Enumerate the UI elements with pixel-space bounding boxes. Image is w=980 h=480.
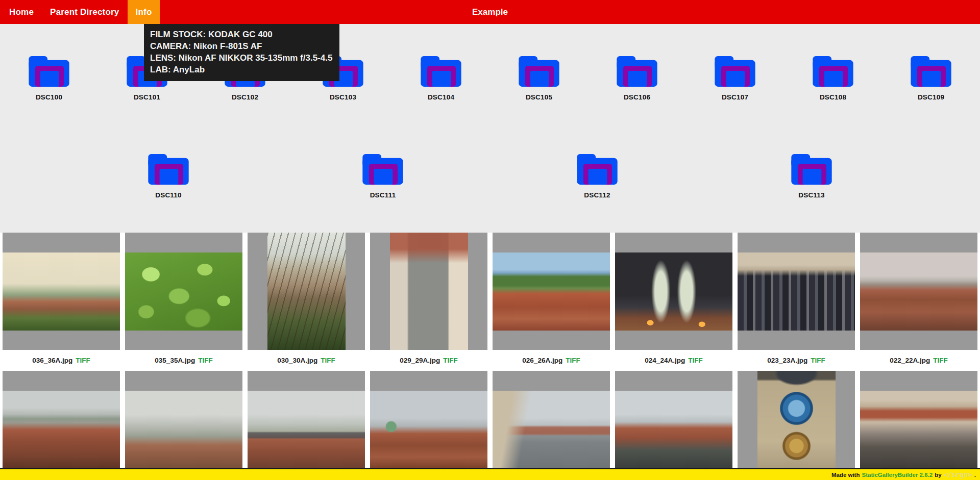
thumbnail[interactable] <box>738 371 855 480</box>
folder-icon <box>714 56 756 87</box>
gallery-row-1: 036_36A.jpgTIFF 035_35A.jpgTIFF 030_30A.… <box>0 233 980 371</box>
folder-label: DSC103 <box>330 93 356 101</box>
folder-item-dsc111[interactable]: DSC111 <box>334 154 432 199</box>
tiff-link[interactable]: TIFF <box>321 357 335 364</box>
photo-crowd-bridge <box>738 252 855 331</box>
tiff-link[interactable]: TIFF <box>443 357 458 364</box>
folder-icon <box>420 56 462 87</box>
footer-builder-link[interactable]: StaticGalleryBuilder 2.6.2 <box>862 472 933 478</box>
thumbnail-026-26a[interactable] <box>493 233 610 350</box>
folder-icon <box>148 154 189 185</box>
nav-item-info[interactable]: Info <box>128 0 160 24</box>
photo-aerial-street <box>390 233 468 350</box>
photo-rooftops-hill <box>493 252 610 331</box>
gallery-title: Example <box>472 0 508 24</box>
folder-label: DSC107 <box>722 93 748 101</box>
gallery-item <box>615 371 732 480</box>
tiff-link[interactable]: TIFF <box>198 357 213 364</box>
thumbnail[interactable] <box>860 371 977 480</box>
tiff-link[interactable]: TIFF <box>688 357 703 364</box>
gallery-item: 029_29A.jpgTIFF <box>370 233 487 371</box>
folder-label: DSC108 <box>820 93 846 101</box>
gallery-item <box>370 371 487 480</box>
folder-icon <box>518 56 560 87</box>
tiff-link[interactable]: TIFF <box>566 357 580 364</box>
folder-item-dsc112[interactable]: DSC112 <box>548 154 646 199</box>
thumbnail[interactable] <box>125 371 242 480</box>
thumbnail-035-35a[interactable] <box>125 233 242 350</box>
folder-item-dsc104[interactable]: DSC104 <box>392 56 490 101</box>
thumbnail-029-29a[interactable] <box>370 233 487 350</box>
folder-icon <box>791 154 832 185</box>
folder-item-dsc110[interactable]: DSC110 <box>119 154 217 199</box>
photo-church-night <box>615 252 732 331</box>
folder-icon <box>812 56 854 87</box>
filename-label: 023_23A.jpg <box>767 357 807 364</box>
gallery-item <box>3 371 120 480</box>
photo-bare-tree-city <box>267 233 346 350</box>
tiff-link[interactable]: TIFF <box>76 357 90 364</box>
gallery-item: 026_26A.jpgTIFF <box>493 233 610 371</box>
gallery-item: 022_22A.jpgTIFF <box>860 233 977 371</box>
tiff-link[interactable]: TIFF <box>811 357 825 364</box>
footer-by: by <box>935 472 941 478</box>
gallery-section: 036_36A.jpgTIFF 035_35A.jpgTIFF 030_30A.… <box>0 233 980 480</box>
tooltip-line-lens: LENS: Nikon AF NIKKOR 35-135mm f/3.5-4.5 <box>150 52 332 64</box>
photo-hazy-river-panorama <box>125 391 242 469</box>
folder-icon <box>28 56 70 87</box>
gallery-item <box>860 371 977 480</box>
folder-label: DSC112 <box>584 191 610 199</box>
gallery-item <box>738 371 855 480</box>
gallery-item <box>125 371 242 480</box>
thumbnail-036-36a[interactable] <box>3 233 120 350</box>
photo-city-panorama <box>3 252 120 331</box>
gallery-item: 030_30A.jpgTIFF <box>248 233 365 371</box>
nav-item-parent-directory[interactable]: Parent Directory <box>42 0 127 24</box>
filename-label: 030_30A.jpg <box>277 357 317 364</box>
folder-item-dsc107[interactable]: DSC107 <box>686 56 784 101</box>
thumbnail[interactable] <box>3 371 120 480</box>
folders-row-2: DSC110 DSC111 DSC112 DSC113 <box>0 154 980 199</box>
folder-item-dsc113[interactable]: DSC113 <box>763 154 861 199</box>
gallery-item: 024_24A.jpgTIFF <box>615 233 732 371</box>
photo-riverfront-roofs <box>615 391 732 469</box>
thumbnail-022-22a[interactable] <box>860 233 977 350</box>
thumbnail-030-30a[interactable] <box>248 233 365 350</box>
thumbnail[interactable] <box>615 371 732 480</box>
folder-label: DSC104 <box>428 93 454 101</box>
photo-astronomical-clock <box>757 371 836 480</box>
thumbnail-023-23a[interactable] <box>738 233 855 350</box>
folder-label: DSC113 <box>798 191 824 199</box>
photo-street-crowd <box>860 391 977 469</box>
folder-item-dsc100[interactable]: DSC100 <box>0 56 98 101</box>
tiff-link[interactable]: TIFF <box>933 357 948 364</box>
tooltip-line-lab: LAB: AnyLab <box>150 64 332 75</box>
thumbnail[interactable] <box>248 371 365 480</box>
filename-label: 026_26A.jpg <box>522 357 562 364</box>
thumbnail[interactable] <box>493 371 610 480</box>
filename-label: 035_35A.jpg <box>155 357 195 364</box>
photo-river-bridge-city <box>248 391 365 469</box>
top-nav: Home Parent Directory Info Example <box>0 0 980 24</box>
footer-author-link[interactable]: </srgn> <box>944 471 972 478</box>
folder-icon <box>910 56 952 87</box>
filename-label: 029_29A.jpg <box>400 357 440 364</box>
gallery-item: 036_36A.jpgTIFF <box>3 233 120 371</box>
folder-label: DSC100 <box>36 93 62 101</box>
folder-item-dsc109[interactable]: DSC109 <box>882 56 980 101</box>
folder-item-dsc105[interactable]: DSC105 <box>490 56 588 101</box>
thumbnail-024-24a[interactable] <box>615 233 732 350</box>
folder-label: DSC106 <box>624 93 650 101</box>
gallery-item: 035_35A.jpgTIFF <box>125 233 242 371</box>
folder-label: DSC101 <box>134 93 160 101</box>
folder-item-dsc106[interactable]: DSC106 <box>588 56 686 101</box>
footer-made-with: Made with <box>831 472 860 478</box>
filename-label: 036_36A.jpg <box>32 357 72 364</box>
folder-label: DSC102 <box>232 93 258 101</box>
folder-item-dsc108[interactable]: DSC108 <box>784 56 882 101</box>
folder-label: DSC111 <box>370 191 396 199</box>
nav-item-home[interactable]: Home <box>1 0 42 24</box>
thumbnail[interactable] <box>370 371 487 480</box>
folder-label: DSC105 <box>526 93 552 101</box>
photo-castle-panorama <box>860 252 977 331</box>
